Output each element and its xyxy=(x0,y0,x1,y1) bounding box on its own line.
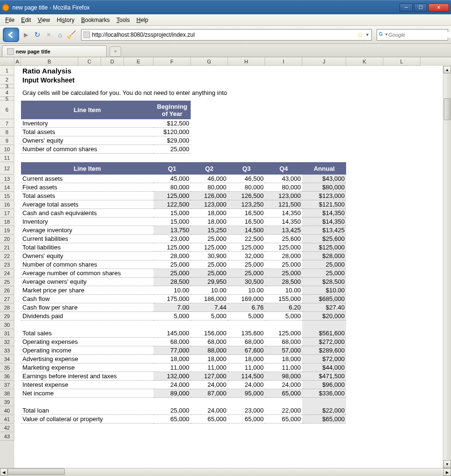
tab-active[interactable]: new page title xyxy=(2,45,107,57)
data-annual[interactable]: $561,600 xyxy=(302,329,346,338)
menu-bookmarks[interactable]: Bookmarks xyxy=(78,16,113,24)
data-q3[interactable]: 22,500 xyxy=(228,235,265,243)
row-header-28[interactable]: 28 xyxy=(0,303,14,312)
data-annual[interactable]: $22,000 xyxy=(302,406,346,415)
close-button[interactable]: ✕ xyxy=(428,3,449,12)
row-header-5[interactable]: 5 xyxy=(0,97,14,101)
data-label[interactable]: Operating income xyxy=(21,346,154,355)
minimize-button[interactable]: ─ xyxy=(400,3,413,12)
data-q2[interactable]: 127,000 xyxy=(191,372,228,381)
row-header-26[interactable]: 26 xyxy=(0,286,14,295)
data-label[interactable]: Cash flow per share xyxy=(21,303,154,312)
data-label[interactable]: Cash flow xyxy=(21,295,154,303)
data-label[interactable]: Market price per share xyxy=(21,286,154,295)
broom-icon[interactable]: 🧹 xyxy=(67,30,76,40)
scroll-left-button[interactable]: ◀ xyxy=(0,468,8,476)
data-q1[interactable]: 175,000 xyxy=(154,295,191,303)
data-label[interactable]: Total loan xyxy=(21,406,154,415)
data-q1[interactable]: 45,000 xyxy=(154,175,191,183)
data-q2[interactable]: 24,000 xyxy=(191,406,228,415)
data-label[interactable]: Average total assets xyxy=(21,200,154,209)
row-header-15[interactable]: 15 xyxy=(0,192,14,200)
data-label[interactable]: Owners' equity xyxy=(21,252,154,260)
data-q2[interactable]: 11,000 xyxy=(191,363,228,372)
data-q2[interactable]: 126,000 xyxy=(191,192,228,200)
row-header-1[interactable]: 1 xyxy=(0,66,14,75)
data-q2[interactable]: 18,000 xyxy=(191,209,228,217)
sheet-title[interactable]: Ratio Analysis xyxy=(21,66,191,75)
data-q4[interactable]: 11,000 xyxy=(265,363,302,372)
row-header-22[interactable]: 22 xyxy=(0,252,14,260)
data-q3[interactable]: 11,000 xyxy=(228,363,265,372)
data-q2[interactable]: 24,000 xyxy=(191,381,228,389)
data-q2[interactable]: 123,000 xyxy=(191,200,228,209)
data-q2[interactable]: 18,000 xyxy=(191,355,228,363)
row-header-29[interactable]: 29 xyxy=(0,312,14,321)
data-q2[interactable]: 25,000 xyxy=(191,269,228,278)
data-q1[interactable]: 145,000 xyxy=(154,329,191,338)
data-q2[interactable]: 29,950 xyxy=(191,278,228,286)
titlebar[interactable]: new page title - Mozilla Firefox ─ ☐ ✕ xyxy=(0,0,451,14)
row-header-11[interactable]: 11 xyxy=(0,154,14,162)
row-header-41[interactable]: 41 xyxy=(0,415,14,424)
data-q3[interactable]: 30,500 xyxy=(228,278,265,286)
data-annual[interactable]: $65,000 xyxy=(302,415,346,424)
row-header-36[interactable]: 36 xyxy=(0,372,14,381)
data-q4[interactable]: 125,000 xyxy=(265,243,302,252)
data-q1[interactable]: 13,750 xyxy=(154,226,191,235)
data-label[interactable]: Marketing expense xyxy=(21,363,154,372)
data-q3[interactable]: 95,000 xyxy=(228,389,265,398)
menu-file[interactable]: File xyxy=(2,16,18,24)
data-q1[interactable]: 68,000 xyxy=(154,338,191,346)
col-header-F[interactable]: F xyxy=(154,57,191,66)
data-q3[interactable]: 25,000 xyxy=(228,269,265,278)
data-annual[interactable]: $96,000 xyxy=(302,381,346,389)
begin-label[interactable]: Total assets xyxy=(21,128,154,136)
search-dropdown-icon[interactable]: ▼ xyxy=(385,32,389,37)
row-header-25[interactable]: 25 xyxy=(0,278,14,286)
data-q3[interactable]: 65,000 xyxy=(228,415,265,424)
begin-value[interactable]: $12,500 xyxy=(154,119,191,128)
horizontal-scrollbar[interactable]: ◀ ▶ xyxy=(0,468,451,476)
blank-annual[interactable] xyxy=(302,321,346,329)
header2-q1[interactable]: Q1 xyxy=(154,162,191,175)
data-q4[interactable]: 5,000 xyxy=(265,312,302,321)
row-header-6[interactable]: 6 xyxy=(0,101,14,119)
data-q4[interactable]: 80,000 xyxy=(265,183,302,192)
data-q2[interactable]: 7.44 xyxy=(191,303,228,312)
data-q3[interactable]: 114,500 xyxy=(228,372,265,381)
data-annual[interactable]: $336,000 xyxy=(302,389,346,398)
data-label[interactable]: Advertising expense xyxy=(21,355,154,363)
header2-lineitem[interactable]: Line Item xyxy=(21,162,154,175)
data-annual[interactable]: $28,000 xyxy=(302,252,346,260)
data-label[interactable]: Value of collateral or property xyxy=(21,415,154,424)
data-q3[interactable]: 126,500 xyxy=(228,192,265,200)
row-header-39[interactable]: 39 xyxy=(0,398,14,406)
data-annual[interactable]: $28,500 xyxy=(302,278,346,286)
data-q2[interactable]: 10.00 xyxy=(191,286,228,295)
menu-view[interactable]: View xyxy=(34,16,53,24)
row-header-9[interactable]: 9 xyxy=(0,136,14,145)
url-input[interactable] xyxy=(92,31,357,38)
home-button[interactable]: ⌂ xyxy=(55,30,65,40)
header2-q3[interactable]: Q3 xyxy=(228,162,265,175)
data-q1[interactable]: 10.00 xyxy=(154,286,191,295)
data-q2[interactable]: 25,000 xyxy=(191,235,228,243)
data-q4[interactable]: 6.20 xyxy=(265,303,302,312)
url-bar[interactable]: ☆ ▼ xyxy=(81,29,372,41)
data-q4[interactable]: 22,000 xyxy=(265,406,302,415)
data-q4[interactable]: 57,000 xyxy=(265,346,302,355)
row-header-31[interactable]: 31 xyxy=(0,329,14,338)
data-label[interactable]: Average owners' equity xyxy=(21,278,154,286)
data-label[interactable]: Number of common shares xyxy=(21,260,154,269)
data-q3[interactable]: 169,000 xyxy=(228,295,265,303)
new-tab-button[interactable]: + xyxy=(110,46,121,57)
data-annual[interactable]: $289,600 xyxy=(302,346,346,355)
data-q3[interactable]: 5,000 xyxy=(228,312,265,321)
data-q2[interactable]: 18,000 xyxy=(191,217,228,226)
data-q1[interactable]: 24,000 xyxy=(154,381,191,389)
row-header-18[interactable]: 18 xyxy=(0,217,14,226)
col-header-K[interactable]: K xyxy=(346,57,383,66)
data-q3[interactable]: 24,000 xyxy=(228,381,265,389)
data-q4[interactable]: 68,000 xyxy=(265,338,302,346)
